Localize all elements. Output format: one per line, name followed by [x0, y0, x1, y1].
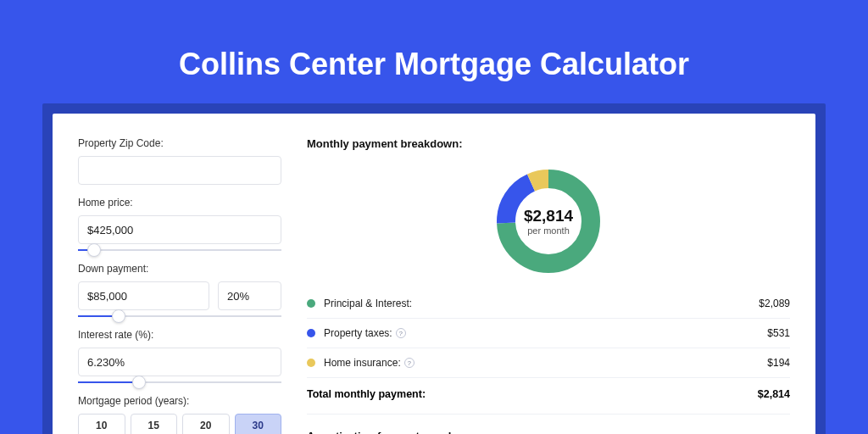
legend-label: Principal & Interest: [324, 298, 759, 309]
form-panel: Property Zip Code: Home price: Down paym… [78, 137, 281, 434]
zip-input[interactable] [78, 156, 281, 185]
donut-chart: $2,814 per month [496, 169, 601, 274]
breakdown-title: Monthly payment breakdown: [307, 137, 790, 150]
down-payment-slider[interactable] [78, 315, 281, 317]
dot-icon [307, 329, 315, 337]
period-option-10[interactable]: 10 [78, 414, 125, 434]
mortgage-period-options: 10 15 20 30 [78, 414, 281, 434]
donut-chart-wrap: $2,814 per month [307, 164, 790, 289]
info-icon[interactable]: ? [396, 328, 406, 338]
down-payment-label: Down payment: [78, 263, 281, 275]
down-payment-field: Down payment: [78, 263, 281, 317]
slider-thumb[interactable] [112, 309, 125, 323]
legend-value: $531 [767, 327, 790, 339]
slider-thumb[interactable] [87, 243, 101, 257]
interest-rate-field: Interest rate (%): [78, 329, 281, 383]
interest-rate-input[interactable] [78, 348, 281, 376]
period-option-30[interactable]: 30 [235, 414, 282, 434]
home-price-slider[interactable] [78, 249, 281, 251]
dot-icon [307, 299, 315, 308]
total-row: Total monthly payment: $2,814 [307, 377, 790, 414]
amortization-section: Amortization for mortgage loan Amortizat… [307, 414, 790, 434]
home-price-input[interactable] [78, 215, 281, 244]
slider-thumb[interactable] [132, 376, 146, 389]
total-label: Total monthly payment: [307, 388, 758, 400]
page-title: Collins Center Mortgage Calculator [42, 47, 826, 82]
home-price-label: Home price: [78, 197, 281, 209]
period-option-15[interactable]: 15 [131, 414, 178, 434]
interest-rate-label: Interest rate (%): [78, 329, 281, 341]
legend-principal-interest: Principal & Interest: $2,089 [307, 289, 790, 318]
down-payment-pct-input[interactable] [218, 281, 281, 310]
calculator-card: Property Zip Code: Home price: Down paym… [53, 114, 815, 434]
home-price-field: Home price: [78, 197, 281, 251]
donut-subtext: per month [527, 225, 570, 236]
dot-icon [307, 359, 315, 367]
mortgage-period-field: Mortgage period (years): 10 15 20 30 [78, 395, 281, 434]
info-icon[interactable]: ? [404, 358, 415, 368]
total-value: $2,814 [758, 388, 790, 400]
breakdown-panel: Monthly payment breakdown: $2,814 per mo… [307, 137, 790, 434]
card-band: Property Zip Code: Home price: Down paym… [42, 103, 826, 434]
legend-label: Home insurance: ? [324, 357, 767, 369]
amortization-title: Amortization for mortgage loan [307, 430, 790, 434]
zip-label: Property Zip Code: [78, 137, 281, 149]
down-payment-input[interactable] [78, 281, 209, 310]
legend-property-taxes: Property taxes: ? $531 [307, 318, 790, 348]
interest-rate-slider[interactable] [78, 381, 281, 383]
zip-field: Property Zip Code: [78, 137, 281, 185]
mortgage-period-label: Mortgage period (years): [78, 395, 281, 407]
legend-label: Property taxes: ? [324, 327, 767, 339]
legend-home-insurance: Home insurance: ? $194 [307, 348, 790, 377]
legend-value: $2,089 [759, 298, 790, 309]
period-option-20[interactable]: 20 [182, 414, 230, 434]
legend-value: $194 [767, 357, 790, 369]
donut-amount: $2,814 [524, 207, 573, 225]
